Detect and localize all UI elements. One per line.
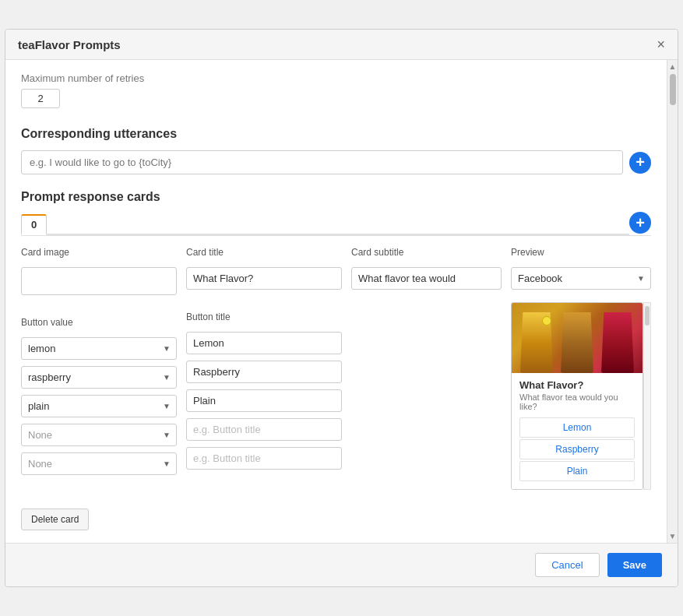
button-title-input-3[interactable] bbox=[186, 418, 342, 441]
button-value-dropdown-1[interactable]: raspberry bbox=[21, 366, 177, 389]
button-value-select-2: plain ▼ bbox=[21, 395, 177, 417]
preview-platform-select[interactable]: Facebook bbox=[511, 267, 651, 290]
dialog-header: teaFlavor Prompts × bbox=[5, 30, 678, 60]
retries-label: Maximum number of retries bbox=[21, 72, 651, 84]
close-button[interactable]: × bbox=[657, 37, 665, 51]
card-tab-0[interactable]: 0 bbox=[21, 214, 47, 235]
delete-card-button[interactable]: Delete card bbox=[21, 509, 89, 530]
preview-scroll-thumb bbox=[645, 306, 650, 326]
dialog: teaFlavor Prompts × Maximum number of re… bbox=[5, 29, 678, 587]
scroll-arrow-down-icon[interactable]: ▼ bbox=[669, 532, 677, 540]
button-title-label: Button title bbox=[186, 312, 342, 322]
add-utterance-button[interactable]: + bbox=[629, 152, 651, 174]
tea-glass-raspberry bbox=[601, 312, 634, 373]
button-title-input-2[interactable] bbox=[186, 389, 342, 412]
preview-card-content: What Flavor? What flavor tea would you l… bbox=[512, 373, 643, 489]
prompt-cards-section: Prompt response cards 0 + Card image bbox=[21, 190, 651, 530]
dialog-scrollbar[interactable]: ▲ ▼ bbox=[667, 60, 678, 543]
col-image-buttonvalue: Card image Button value lemon ▼ bbox=[21, 247, 177, 490]
button-title-input-4[interactable] bbox=[186, 447, 342, 470]
col-preview: Preview Facebook ▼ bbox=[511, 247, 651, 490]
preview-label: Preview bbox=[511, 247, 651, 258]
button-title-input-0[interactable] bbox=[186, 332, 342, 354]
card-form: Card image Button value lemon ▼ bbox=[21, 247, 651, 490]
button-value-select-0: lemon ▼ bbox=[21, 337, 177, 360]
delete-card-row: Delete card bbox=[21, 501, 651, 530]
preview-card: What Flavor? What flavor tea would you l… bbox=[511, 302, 643, 490]
utterances-section: Corresponding utterances + bbox=[21, 127, 651, 174]
cards-tabs: 0 bbox=[21, 213, 629, 235]
add-utterance-icon: + bbox=[635, 153, 645, 171]
button-value-dropdown-2[interactable]: plain bbox=[21, 395, 177, 417]
preview-button-plain[interactable]: Plain bbox=[519, 461, 635, 481]
prompt-cards-title: Prompt response cards bbox=[21, 190, 651, 204]
add-card-button[interactable]: + bbox=[629, 212, 651, 234]
save-button[interactable]: Save bbox=[607, 553, 662, 577]
preview-card-wrapper: What Flavor? What flavor tea would you l… bbox=[511, 302, 651, 490]
card-subtitle-label: Card subtitle bbox=[351, 247, 502, 258]
preview-button-lemon[interactable]: Lemon bbox=[519, 417, 635, 438]
retries-section: Maximum number of retries 2 bbox=[21, 72, 651, 119]
button-value-select-4: None ▼ bbox=[21, 452, 177, 475]
preview-scroll-track bbox=[643, 302, 651, 490]
preview-card-title: What Flavor? bbox=[519, 379, 635, 391]
scroll-arrow-up-icon[interactable]: ▲ bbox=[669, 62, 677, 71]
dialog-title: teaFlavor Prompts bbox=[18, 38, 121, 51]
cancel-button[interactable]: Cancel bbox=[535, 553, 599, 577]
tea-glass-mixed bbox=[561, 312, 593, 373]
preview-button-raspberry[interactable]: Raspberry bbox=[519, 439, 635, 459]
button-value-select-3: None ▼ bbox=[21, 424, 177, 446]
preview-card-image bbox=[512, 303, 643, 373]
utterances-input[interactable] bbox=[21, 150, 623, 174]
button-value-dropdown-3[interactable]: None bbox=[21, 424, 177, 446]
col-subtitle: Card subtitle bbox=[351, 247, 502, 490]
preview-card-subtitle: What flavor tea would you like? bbox=[519, 392, 635, 411]
dialog-body: Maximum number of retries 2 Correspondin… bbox=[5, 60, 667, 543]
retries-value: 2 bbox=[21, 89, 60, 108]
card-image-label: Card image bbox=[21, 247, 177, 258]
button-value-dropdown-0[interactable]: lemon bbox=[21, 337, 177, 360]
preview-platform-row: Facebook ▼ bbox=[511, 267, 651, 290]
tea-glass-lemon bbox=[520, 312, 553, 373]
button-value-dropdown-4[interactable]: None bbox=[21, 452, 177, 475]
card-subtitle-input[interactable] bbox=[351, 267, 502, 290]
utterances-title: Corresponding utterances bbox=[21, 127, 651, 141]
card-title-label: Card title bbox=[186, 247, 342, 258]
button-title-input-1[interactable] bbox=[186, 361, 342, 383]
card-title-input[interactable] bbox=[186, 267, 342, 290]
scroll-thumb bbox=[670, 74, 676, 105]
col-title-buttontitle: Card title Button title bbox=[186, 247, 342, 490]
dialog-footer: Cancel Save bbox=[5, 543, 678, 586]
utterances-row: + bbox=[21, 150, 651, 174]
card-image-input[interactable] bbox=[21, 267, 177, 295]
button-value-label: Button value bbox=[21, 317, 177, 328]
button-value-select-1: raspberry ▼ bbox=[21, 366, 177, 389]
add-card-icon: + bbox=[635, 214, 645, 232]
